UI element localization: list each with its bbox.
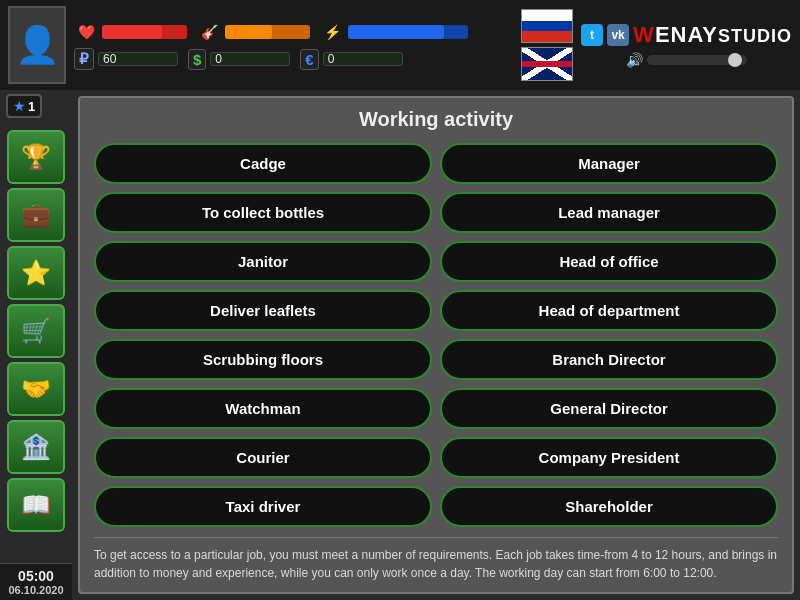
flag-uk[interactable] bbox=[521, 47, 573, 81]
energy-bar-bg bbox=[348, 25, 468, 39]
energy-icon: ⚡ bbox=[320, 20, 344, 44]
stat-bars-row: ❤️ 🎸 ⚡ bbox=[74, 20, 513, 44]
avatar-icon: 👤 bbox=[15, 24, 60, 66]
job-button-courier[interactable]: Courier bbox=[94, 437, 432, 478]
job-button-collect-bottles[interactable]: To collect bottles bbox=[94, 192, 432, 233]
volume-slider[interactable] bbox=[647, 55, 747, 65]
avatar: 👤 bbox=[8, 6, 66, 84]
top-bar: 👤 ❤️ 🎸 ⚡ bbox=[0, 0, 800, 90]
job-button-shareholder[interactable]: Shareholder bbox=[440, 486, 778, 527]
energy-stat: ⚡ bbox=[320, 20, 468, 44]
job-button-manager[interactable]: Manager bbox=[440, 143, 778, 184]
job-button-watchman[interactable]: Watchman bbox=[94, 388, 432, 429]
energy-bar-fill bbox=[348, 25, 444, 39]
eur-money: € 0 bbox=[300, 49, 402, 70]
clock-date: 06.10.2020 bbox=[2, 584, 70, 596]
sidebar-item-skills[interactable]: ⭐ bbox=[7, 246, 65, 300]
content-panel: Working activity CadgeManagerTo collect … bbox=[78, 96, 794, 594]
guitar-icon: 🎸 bbox=[197, 20, 221, 44]
time-date: 05:00 06.10.2020 bbox=[0, 563, 72, 600]
logo-area: t vk WENAYSTUDIO 🔊 bbox=[581, 22, 792, 68]
health-bar-bg bbox=[102, 25, 187, 39]
eur-value: 0 bbox=[328, 52, 335, 66]
volume-icon: 🔊 bbox=[626, 52, 643, 68]
rub-bar: 60 bbox=[98, 52, 178, 66]
page-title: Working activity bbox=[94, 108, 778, 131]
health-stat: ❤️ bbox=[74, 20, 187, 44]
usd-value: 0 bbox=[215, 52, 222, 66]
job-button-head-of-department[interactable]: Head of department bbox=[440, 290, 778, 331]
eur-bar: 0 bbox=[323, 52, 403, 66]
sidebar-item-shop[interactable]: 🛒 bbox=[7, 304, 65, 358]
health-icon: ❤️ bbox=[74, 20, 98, 44]
info-text: To get access to a particular job, you m… bbox=[94, 537, 778, 582]
usd-bar: 0 bbox=[210, 52, 290, 66]
sidebar-item-deals[interactable]: 🤝 bbox=[7, 362, 65, 416]
rub-symbol: ₽ bbox=[74, 48, 94, 70]
job-button-general-director[interactable]: General Director bbox=[440, 388, 778, 429]
job-button-scrubbing-floors[interactable]: Scrubbing floors bbox=[94, 339, 432, 380]
guitar-stat: 🎸 bbox=[197, 20, 310, 44]
vk-button[interactable]: vk bbox=[607, 24, 629, 46]
star-count: 1 bbox=[28, 99, 35, 114]
rub-value: 60 bbox=[103, 52, 116, 66]
job-button-deliver-leaflets[interactable]: Deliver leaflets bbox=[94, 290, 432, 331]
sidebar: 🏆 💼 ⭐ 🛒 🤝 🏦 📖 05:00 06.10.2020 bbox=[0, 90, 72, 600]
rub-money: ₽ 60 bbox=[74, 48, 178, 70]
sidebar-item-achievements[interactable]: 🏆 bbox=[7, 130, 65, 184]
sidebar-item-book[interactable]: 📖 bbox=[7, 478, 65, 532]
job-button-company-president[interactable]: Company President bbox=[440, 437, 778, 478]
social-row: t vk WENAYSTUDIO bbox=[581, 22, 792, 48]
usd-symbol: $ bbox=[188, 49, 206, 70]
star-icon: ★ bbox=[13, 98, 26, 114]
job-button-taxi-driver[interactable]: Taxi driver bbox=[94, 486, 432, 527]
star-badge: ★ 1 bbox=[6, 94, 42, 118]
twitter-button[interactable]: t bbox=[581, 24, 603, 46]
money-row: ₽ 60 $ 0 € 0 bbox=[74, 48, 513, 70]
guitar-bar-fill bbox=[225, 25, 272, 39]
flag-russia[interactable] bbox=[521, 9, 573, 43]
job-button-head-of-office[interactable]: Head of office bbox=[440, 241, 778, 282]
job-button-branch-director[interactable]: Branch Director bbox=[440, 339, 778, 380]
eur-symbol: € bbox=[300, 49, 318, 70]
jobs-grid: CadgeManagerTo collect bottlesLead manag… bbox=[94, 143, 778, 527]
clock-time: 05:00 bbox=[2, 568, 70, 584]
usd-money: $ 0 bbox=[188, 49, 290, 70]
health-bar-fill bbox=[102, 25, 162, 39]
flags-column[interactable] bbox=[521, 9, 573, 81]
job-button-janitor[interactable]: Janitor bbox=[94, 241, 432, 282]
main-area: 🏆 💼 ⭐ 🛒 🤝 🏦 📖 05:00 06.10.2020 Working a… bbox=[0, 90, 800, 600]
stats-column: ❤️ 🎸 ⚡ ₽ 60 bbox=[74, 20, 513, 70]
volume-row: 🔊 bbox=[626, 52, 747, 68]
job-button-lead-manager[interactable]: Lead manager bbox=[440, 192, 778, 233]
volume-knob[interactable] bbox=[728, 53, 742, 67]
sidebar-item-bank[interactable]: 🏦 bbox=[7, 420, 65, 474]
sidebar-item-inventory[interactable]: 💼 bbox=[7, 188, 65, 242]
guitar-bar-bg bbox=[225, 25, 310, 39]
logo-text: WENAYSTUDIO bbox=[633, 22, 792, 48]
job-button-cadge[interactable]: Cadge bbox=[94, 143, 432, 184]
